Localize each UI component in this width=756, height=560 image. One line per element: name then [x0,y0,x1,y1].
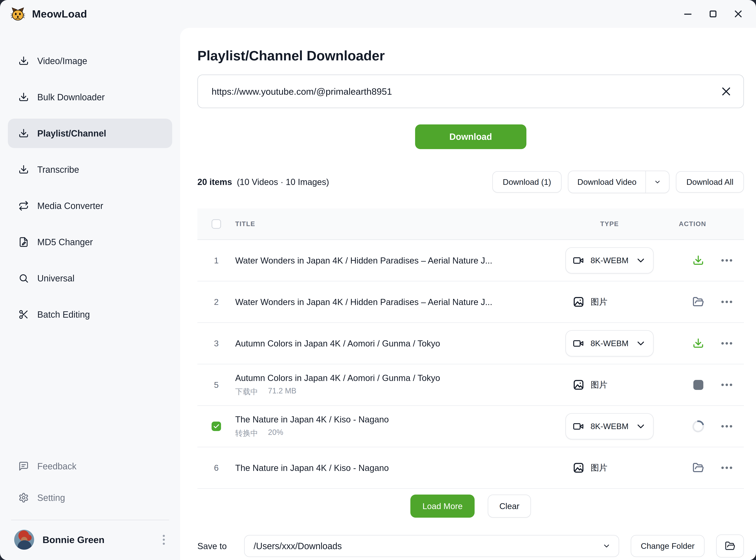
download-video-button[interactable]: Download Video [569,171,646,193]
image-type-label: 图片 [591,379,608,391]
clear-button[interactable]: Clear [488,495,531,518]
download-button[interactable]: Download [415,124,526,149]
sidebar-item-universal[interactable]: Universal [8,263,172,293]
status-label: 下载中 [235,386,258,397]
user-profile[interactable]: Bonnie Green [8,526,172,553]
minimize-icon[interactable] [683,10,692,18]
download-icon [18,92,29,102]
sidebar-item-label: Transcribe [37,164,79,175]
app-logo: MeowLoad [11,7,87,21]
image-icon [573,296,584,308]
table-row: The Nature in Japan 4K / Kiso - Nagano 转… [197,406,744,447]
save-to-label: Save to [197,541,227,551]
sidebar-item-playlist-channel[interactable]: Playlist/Channel [8,119,172,148]
maximize-icon[interactable] [709,10,717,18]
main-panel: Playlist/Channel Downloader Download 20 … [180,28,756,560]
items-count: 20 items [197,177,232,187]
row-checkbox[interactable] [212,422,221,431]
sidebar-item-batch-editing[interactable]: Batch Editing [8,300,172,329]
format-label: 8K-WEBM [589,339,631,348]
row-menu-icon[interactable] [721,342,732,344]
table-row: 5 Autumn Colors in Japan 4K / Aomori / G… [197,364,744,406]
title-bar: MeowLoad [0,0,756,28]
chevron-down-icon [654,178,661,186]
items-summary: 20 items (10 Videos · 10 Images) [197,177,329,187]
download-selected-button[interactable]: Download (1) [492,171,562,193]
row-menu-icon[interactable] [721,301,732,303]
sidebar-divider [11,520,169,520]
summary-row: 20 items (10 Videos · 10 Images) Downloa… [197,171,744,193]
row-menu-icon[interactable] [721,384,732,386]
format-select[interactable]: 8K-WEBM [565,330,654,357]
row-number: 3 [214,339,219,348]
gear-icon [18,493,29,503]
row-menu-icon[interactable] [721,466,732,469]
row-menu-icon[interactable] [721,425,732,427]
sidebar-item-label: Playlist/Channel [37,128,106,139]
file-pen-icon [18,237,29,247]
table-row: 6 The Nature in Japan 4K / Kiso - Nagano… [197,447,744,489]
sidebar: Video/Image Bulk Downloader Playlist/Cha… [0,28,180,560]
sidebar-item-label: Setting [37,493,65,503]
sidebar-item-media-converter[interactable]: Media Converter [8,191,172,220]
sidebar-item-setting[interactable]: Setting [8,483,172,513]
clear-input-icon[interactable] [719,84,733,98]
format-select[interactable]: 8K-WEBM [565,413,654,439]
sidebar-item-label: Universal [37,273,75,283]
item-status: 转换中 20% [235,428,553,438]
video-icon [573,255,584,266]
url-input[interactable] [211,85,719,97]
image-icon [573,462,584,474]
item-title: Autumn Colors in Japan 4K / Aomori / Gun… [235,338,553,348]
format-select[interactable]: 8K-WEBM [565,247,654,274]
save-path-value: /Users/xxx/Downloads [254,541,342,551]
sidebar-item-video-image[interactable]: Video/Image [8,46,172,76]
row-number: 5 [214,380,219,390]
avatar [14,530,34,550]
chat-icon [18,461,29,472]
download-item-icon[interactable] [693,338,704,349]
download-video-dropdown[interactable] [646,171,669,193]
open-folder-icon[interactable] [693,296,704,308]
sidebar-item-label: Batch Editing [37,309,90,320]
image-type-label: 图片 [591,462,608,473]
search-icon [18,273,29,283]
image-icon [573,379,584,391]
sidebar-item-label: Media Converter [37,201,103,211]
sidebar-item-bulk-downloader[interactable]: Bulk Downloader [8,82,172,112]
user-menu-kebab-icon[interactable] [160,533,168,547]
sidebar-item-feedback[interactable]: Feedback [8,452,172,481]
video-icon [573,338,584,349]
row-number: 6 [214,463,219,473]
video-icon [573,421,584,432]
sidebar-item-label: Video/Image [37,56,87,66]
image-type: 图片 [565,379,671,391]
item-status: 下载中 71.2 MB [235,386,553,397]
row-menu-icon[interactable] [721,259,732,262]
sidebar-footer: Feedback Setting Bonnie Green [8,452,172,553]
load-more-button[interactable]: Load More [410,495,475,518]
format-label: 8K-WEBM [589,422,631,431]
check-icon [213,423,220,430]
open-save-folder-button[interactable] [716,535,744,558]
close-icon[interactable] [734,10,742,18]
sidebar-item-transcribe[interactable]: Transcribe [8,155,172,184]
items-detail: (10 Videos · 10 Images) [237,177,329,187]
download-item-icon[interactable] [693,255,704,266]
table-row: 1 Water Wonders in Japan 4K / Hidden Par… [197,240,744,281]
column-title: TITLE [235,220,565,228]
window-controls [683,10,742,18]
items-table: TITLE TYPE ACTION 1 Water Wonders in Jap… [197,208,744,490]
format-label: 8K-WEBM [589,256,631,265]
save-location-bar: Save to /Users/xxx/Downloads Change Fold… [197,535,744,558]
sidebar-item-md5-changer[interactable]: MD5 Changer [8,227,172,257]
save-path-select[interactable]: /Users/xxx/Downloads [244,535,619,557]
table-actions: Load More Clear [197,495,744,518]
change-folder-button[interactable]: Change Folder [631,535,704,557]
item-title: Autumn Colors in Japan 4K / Aomori / Gun… [235,373,553,383]
select-all-checkbox[interactable] [212,219,221,229]
open-folder-icon[interactable] [693,462,704,474]
stop-download-icon[interactable] [693,379,704,391]
download-all-button[interactable]: Download All [676,171,744,193]
image-type: 图片 [565,462,671,474]
